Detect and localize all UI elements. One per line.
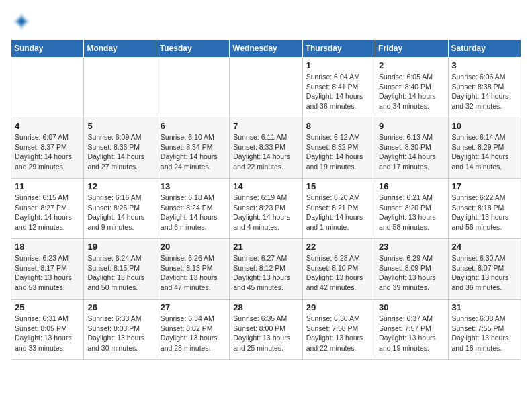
calendar-cell: 10Sunrise: 6:14 AM Sunset: 8:29 PM Dayli…: [448, 118, 521, 179]
day-number: 22: [306, 242, 371, 252]
weekday-header: Friday: [375, 40, 448, 58]
day-info: Sunrise: 6:15 AM Sunset: 8:27 PM Dayligh…: [15, 193, 80, 232]
weekday-header-row: SundayMondayTuesdayWednesdayThursdayFrid…: [11, 40, 521, 58]
calendar-cell: 11Sunrise: 6:15 AM Sunset: 8:27 PM Dayli…: [11, 179, 84, 239]
calendar-cell: [157, 58, 229, 118]
day-number: 6: [161, 121, 226, 131]
day-number: 31: [452, 302, 517, 312]
day-info: Sunrise: 6:31 AM Sunset: 8:05 PM Dayligh…: [15, 314, 80, 353]
calendar-cell: 15Sunrise: 6:20 AM Sunset: 8:21 PM Dayli…: [302, 179, 375, 239]
calendar-cell: 5Sunrise: 6:09 AM Sunset: 8:36 PM Daylig…: [84, 118, 157, 179]
day-info: Sunrise: 6:24 AM Sunset: 8:15 PM Dayligh…: [87, 253, 152, 293]
day-info: Sunrise: 6:05 AM Sunset: 8:40 PM Dayligh…: [379, 72, 444, 111]
day-info: Sunrise: 6:38 AM Sunset: 7:55 PM Dayligh…: [452, 314, 517, 353]
day-number: 20: [161, 242, 226, 252]
calendar-cell: 24Sunrise: 6:30 AM Sunset: 8:07 PM Dayli…: [448, 239, 521, 300]
day-number: 5: [87, 121, 152, 131]
calendar-cell: [84, 58, 157, 118]
calendar-table: SundayMondayTuesdayWednesdayThursdayFrid…: [11, 39, 521, 360]
day-number: 18: [15, 242, 80, 252]
day-number: 29: [306, 302, 371, 312]
calendar-cell: 17Sunrise: 6:22 AM Sunset: 8:18 PM Dayli…: [448, 179, 521, 239]
day-number: 11: [15, 181, 80, 191]
day-info: Sunrise: 6:10 AM Sunset: 8:34 PM Dayligh…: [161, 132, 226, 172]
calendar-cell: 21Sunrise: 6:27 AM Sunset: 8:12 PM Dayli…: [230, 239, 302, 300]
day-info: Sunrise: 6:29 AM Sunset: 8:09 PM Dayligh…: [379, 253, 444, 293]
day-info: Sunrise: 6:30 AM Sunset: 8:07 PM Dayligh…: [452, 253, 517, 293]
day-info: Sunrise: 6:11 AM Sunset: 8:33 PM Dayligh…: [233, 132, 298, 172]
calendar-cell: 20Sunrise: 6:26 AM Sunset: 8:13 PM Dayli…: [157, 239, 229, 300]
calendar-cell: 29Sunrise: 6:36 AM Sunset: 7:58 PM Dayli…: [302, 300, 375, 360]
calendar-week-row: 1Sunrise: 6:04 AM Sunset: 8:41 PM Daylig…: [11, 58, 521, 118]
calendar-cell: 22Sunrise: 6:28 AM Sunset: 8:10 PM Dayli…: [302, 239, 375, 300]
day-number: 28: [233, 302, 298, 312]
day-number: 26: [87, 302, 152, 312]
day-info: Sunrise: 6:06 AM Sunset: 8:38 PM Dayligh…: [452, 72, 517, 111]
calendar-cell: 16Sunrise: 6:21 AM Sunset: 8:20 PM Dayli…: [375, 179, 448, 239]
calendar-cell: 28Sunrise: 6:35 AM Sunset: 8:00 PM Dayli…: [230, 300, 302, 360]
day-info: Sunrise: 6:21 AM Sunset: 8:20 PM Dayligh…: [379, 193, 444, 232]
day-number: 30: [379, 302, 444, 312]
day-info: Sunrise: 6:23 AM Sunset: 8:17 PM Dayligh…: [15, 253, 80, 293]
calendar-cell: 13Sunrise: 6:18 AM Sunset: 8:24 PM Dayli…: [157, 179, 229, 239]
calendar-cell: 27Sunrise: 6:34 AM Sunset: 8:02 PM Dayli…: [157, 300, 229, 360]
calendar-cell: 7Sunrise: 6:11 AM Sunset: 8:33 PM Daylig…: [230, 118, 302, 179]
day-number: 25: [15, 302, 80, 312]
day-number: 10: [452, 121, 517, 131]
calendar-cell: 1Sunrise: 6:04 AM Sunset: 8:41 PM Daylig…: [302, 58, 375, 118]
day-number: 2: [379, 60, 444, 71]
day-number: 3: [452, 60, 517, 71]
weekday-header: Wednesday: [230, 40, 302, 58]
day-number: 14: [233, 181, 298, 191]
calendar-cell: [11, 58, 84, 118]
day-number: 19: [87, 242, 152, 252]
day-info: Sunrise: 6:27 AM Sunset: 8:12 PM Dayligh…: [233, 253, 298, 293]
day-number: 1: [306, 60, 371, 71]
day-info: Sunrise: 6:04 AM Sunset: 8:41 PM Dayligh…: [306, 72, 371, 111]
day-info: Sunrise: 6:07 AM Sunset: 8:37 PM Dayligh…: [15, 132, 80, 172]
day-number: 21: [233, 242, 298, 252]
logo-icon: [11, 11, 32, 32]
weekday-header: Thursday: [302, 40, 375, 58]
day-number: 12: [87, 181, 152, 191]
day-info: Sunrise: 6:09 AM Sunset: 8:36 PM Dayligh…: [87, 132, 152, 172]
day-number: 7: [233, 121, 298, 131]
calendar-cell: 31Sunrise: 6:38 AM Sunset: 7:55 PM Dayli…: [448, 300, 521, 360]
day-number: 16: [379, 181, 444, 191]
day-info: Sunrise: 6:16 AM Sunset: 8:26 PM Dayligh…: [87, 193, 152, 232]
calendar-week-row: 25Sunrise: 6:31 AM Sunset: 8:05 PM Dayli…: [11, 300, 521, 360]
day-number: 23: [379, 242, 444, 252]
day-info: Sunrise: 6:14 AM Sunset: 8:29 PM Dayligh…: [452, 132, 517, 172]
calendar-cell: 23Sunrise: 6:29 AM Sunset: 8:09 PM Dayli…: [375, 239, 448, 300]
calendar-cell: 6Sunrise: 6:10 AM Sunset: 8:34 PM Daylig…: [157, 118, 229, 179]
day-number: 17: [452, 181, 517, 191]
day-info: Sunrise: 6:37 AM Sunset: 7:57 PM Dayligh…: [379, 314, 444, 353]
weekday-header: Tuesday: [157, 40, 229, 58]
calendar-week-row: 18Sunrise: 6:23 AM Sunset: 8:17 PM Dayli…: [11, 239, 521, 300]
day-info: Sunrise: 6:18 AM Sunset: 8:24 PM Dayligh…: [161, 193, 226, 232]
calendar-cell: 12Sunrise: 6:16 AM Sunset: 8:26 PM Dayli…: [84, 179, 157, 239]
day-info: Sunrise: 6:26 AM Sunset: 8:13 PM Dayligh…: [161, 253, 226, 293]
weekday-header: Sunday: [11, 40, 84, 58]
day-info: Sunrise: 6:19 AM Sunset: 8:23 PM Dayligh…: [233, 193, 298, 232]
day-number: 27: [161, 302, 226, 312]
calendar-cell: 9Sunrise: 6:13 AM Sunset: 8:30 PM Daylig…: [375, 118, 448, 179]
calendar-cell: 19Sunrise: 6:24 AM Sunset: 8:15 PM Dayli…: [84, 239, 157, 300]
day-info: Sunrise: 6:33 AM Sunset: 8:03 PM Dayligh…: [87, 314, 152, 353]
calendar-cell: 18Sunrise: 6:23 AM Sunset: 8:17 PM Dayli…: [11, 239, 84, 300]
calendar-cell: 25Sunrise: 6:31 AM Sunset: 8:05 PM Dayli…: [11, 300, 84, 360]
day-number: 15: [306, 181, 371, 191]
weekday-header: Monday: [84, 40, 157, 58]
day-info: Sunrise: 6:35 AM Sunset: 8:00 PM Dayligh…: [233, 314, 298, 353]
page-header: [11, 11, 521, 32]
calendar-cell: 4Sunrise: 6:07 AM Sunset: 8:37 PM Daylig…: [11, 118, 84, 179]
calendar-cell: 14Sunrise: 6:19 AM Sunset: 8:23 PM Dayli…: [230, 179, 302, 239]
day-info: Sunrise: 6:13 AM Sunset: 8:30 PM Dayligh…: [379, 132, 444, 172]
day-info: Sunrise: 6:28 AM Sunset: 8:10 PM Dayligh…: [306, 253, 371, 293]
calendar-cell: 3Sunrise: 6:06 AM Sunset: 8:38 PM Daylig…: [448, 58, 521, 118]
calendar-cell: 2Sunrise: 6:05 AM Sunset: 8:40 PM Daylig…: [375, 58, 448, 118]
logo: [11, 11, 36, 32]
day-info: Sunrise: 6:36 AM Sunset: 7:58 PM Dayligh…: [306, 314, 371, 353]
calendar-cell: 8Sunrise: 6:12 AM Sunset: 8:32 PM Daylig…: [302, 118, 375, 179]
calendar-week-row: 4Sunrise: 6:07 AM Sunset: 8:37 PM Daylig…: [11, 118, 521, 179]
